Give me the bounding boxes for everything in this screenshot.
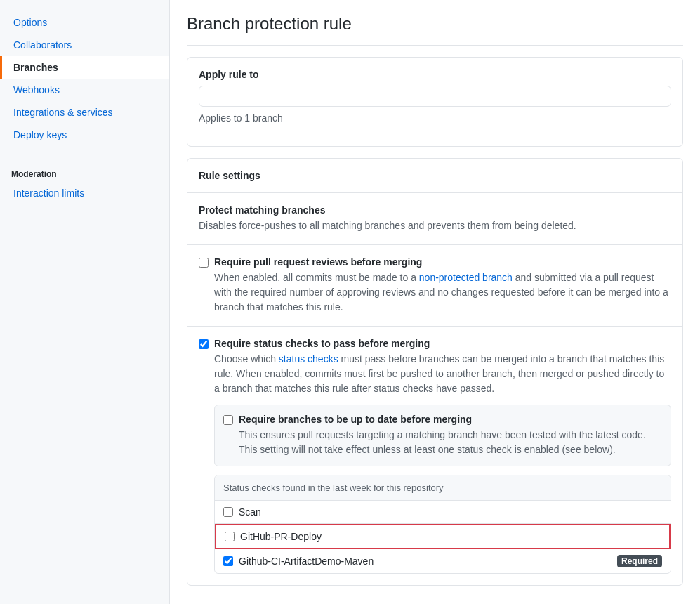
require-status-checks-label[interactable]: Require status checks to pass before mer…: [214, 338, 430, 349]
rule-settings-title: Rule settings: [199, 170, 260, 181]
require-status-checks-option: Require status checks to pass before mer…: [187, 327, 682, 585]
apply-rule-note: Applies to 1 branch: [199, 112, 671, 124]
scan-checkbox[interactable]: [223, 507, 233, 517]
require-pr-reviews-header: Require pull request reviews before merg…: [199, 256, 671, 268]
require-up-to-date-description: This ensures pull requests targeting a m…: [239, 428, 662, 457]
required-badge: Required: [617, 555, 662, 567]
require-status-checks-description: Choose which status checks must pass bef…: [214, 352, 671, 396]
scan-label[interactable]: Scan: [239, 506, 261, 518]
non-protected-branch-link[interactable]: non-protected branch: [419, 272, 513, 283]
require-status-checks-checkbox[interactable]: [199, 339, 209, 349]
sidebar-item-deploy-keys[interactable]: Deploy keys: [0, 124, 169, 146]
require-up-to-date-suboption: Require branches to be up to date before…: [214, 405, 671, 466]
sidebar-item-options[interactable]: Options: [0, 11, 169, 34]
status-checks-link[interactable]: status checks: [279, 353, 338, 365]
require-up-to-date-header: Require branches to be up to date before…: [223, 414, 662, 425]
protect-description: Disables force-pushes to all matching br…: [199, 218, 671, 233]
sidebar-nav: Options Collaborators Branches Webhooks …: [0, 11, 169, 146]
require-pr-reviews-label[interactable]: Require pull request reviews before merg…: [214, 256, 422, 268]
moderation-section-header: Moderation: [0, 158, 169, 182]
sidebar-item-webhooks[interactable]: Webhooks: [0, 79, 169, 101]
status-check-github-ci-left: Github-CI-ArtifactDemo-Maven: [223, 556, 374, 567]
status-check-github-pr-deploy: GitHub-PR-Deploy: [215, 524, 671, 549]
rule-settings-card: Rule settings Protect matching branches …: [187, 158, 683, 586]
require-pr-reviews-checkbox[interactable]: [199, 258, 209, 268]
github-ci-checkbox[interactable]: [223, 556, 233, 566]
github-pr-deploy-label[interactable]: GitHub-PR-Deploy: [240, 531, 322, 542]
status-checks-box: Status checks found in the last week for…: [214, 475, 671, 574]
require-up-to-date-label[interactable]: Require branches to be up to date before…: [239, 414, 472, 425]
sidebar-item-branches[interactable]: Branches: [0, 56, 169, 79]
sidebar-item-collaborators[interactable]: Collaborators: [0, 34, 169, 56]
apply-rule-body: Apply rule to Applies to 1 branch: [187, 58, 682, 146]
status-check-scan: Scan: [215, 501, 671, 524]
status-check-github-pr-deploy-left: GitHub-PR-Deploy: [225, 531, 322, 542]
status-check-github-ci: Github-CI-ArtifactDemo-Maven Required: [215, 549, 671, 573]
apply-rule-label: Apply rule to: [199, 69, 671, 80]
rule-settings-header: Rule settings: [187, 159, 682, 193]
sidebar-item-integrations[interactable]: Integrations & services: [0, 101, 169, 124]
page-title: Branch protection rule: [187, 14, 683, 46]
github-pr-deploy-checkbox[interactable]: [225, 532, 235, 541]
status-check-scan-left: Scan: [223, 506, 261, 518]
require-pr-reviews-option: Require pull request reviews before merg…: [187, 245, 682, 327]
sidebar-divider: [0, 152, 169, 152]
main-content: Branch protection rule Apply rule to App…: [170, 0, 700, 604]
require-pr-reviews-description: When enabled, all commits must be made t…: [214, 270, 671, 315]
apply-rule-input[interactable]: [199, 86, 671, 107]
github-ci-label[interactable]: Github-CI-ArtifactDemo-Maven: [239, 556, 374, 567]
status-checks-box-header: Status checks found in the last week for…: [215, 475, 671, 501]
apply-rule-group: Apply rule to Applies to 1 branch: [199, 69, 671, 124]
sidebar: Options Collaborators Branches Webhooks …: [0, 0, 170, 604]
sidebar-item-interaction-limits[interactable]: Interaction limits: [0, 182, 169, 204]
moderation-nav: Interaction limits: [0, 182, 169, 204]
apply-rule-card: Apply rule to Applies to 1 branch: [187, 57, 683, 147]
protect-title: Protect matching branches: [199, 204, 671, 216]
protect-section: Protect matching branches Disables force…: [187, 193, 682, 245]
require-up-to-date-checkbox[interactable]: [223, 415, 233, 425]
require-status-checks-header: Require status checks to pass before mer…: [199, 338, 671, 349]
